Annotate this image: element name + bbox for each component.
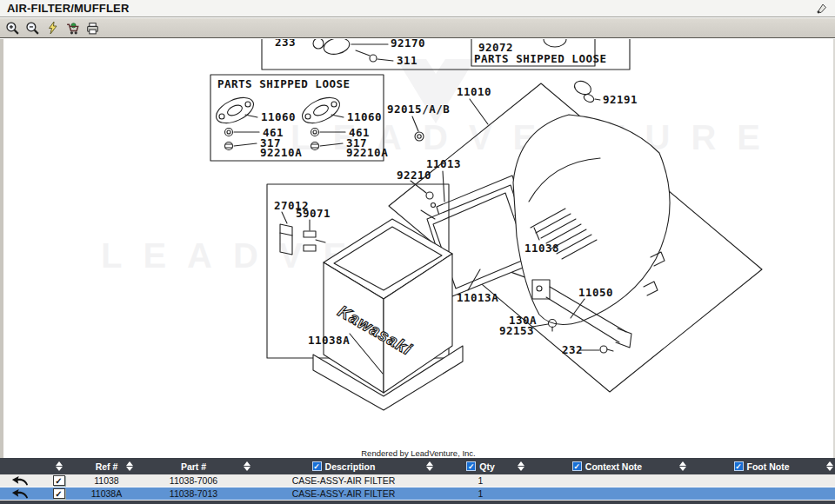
lightning-icon [46,21,59,35]
column-checkbox[interactable] [312,461,322,471]
diagram-toolbar [0,17,835,38]
part-callout[interactable]: 11013A [457,291,498,304]
column-checkbox[interactable] [572,461,582,471]
part-callout[interactable]: 311 [397,54,418,67]
column-label: Part # [181,461,206,472]
column-header-ref[interactable]: Ref # [78,458,135,474]
part-callout[interactable]: 11038A [308,334,350,347]
zoom-in-button[interactable] [3,19,21,36]
part-callout[interactable]: 11010 [457,85,491,98]
column-label: Ref # [96,461,118,472]
parts-catalog-window: AIR-FILTER/MUFFLER [0,0,835,504]
column-header-context-note[interactable]: Context Note [526,458,688,474]
column-header-select[interactable] [39,458,78,474]
parts-table-header: Ref # Part # Description Qty Context Not… [0,458,835,474]
row-return-button[interactable] [0,474,39,487]
column-header-qty[interactable]: Qty [435,458,526,474]
rendered-by-note: Rendered by LeadVenture, Inc. [3,448,833,458]
zoom-out-button[interactable] [23,19,41,36]
part-cell: 11038-7013 [135,487,252,500]
part-callout[interactable]: 11060 [347,110,382,123]
zoom-in-icon [5,21,20,36]
part-callout[interactable]: PARTS SHIPPED LOOSE [474,52,607,65]
foot-note-cell [688,474,835,487]
part-callout[interactable]: 92210A [346,146,388,159]
ref-cell: 11038 [78,474,135,487]
part-callout[interactable]: 92210A [260,146,302,159]
part-callout[interactable]: 11060 [261,110,296,123]
column-header-description[interactable]: Description [252,458,435,474]
description-cell: CASE-ASSY-AIR FILTER [252,474,435,487]
page-title: AIR-FILTER/MUFFLER [0,2,130,15]
column-header-tools [0,458,39,474]
reply-arrow-icon [11,488,29,499]
column-header-part[interactable]: Part # [135,458,252,474]
sort-icon[interactable] [56,461,63,471]
table-row[interactable]: 11038 11038-7006 CASE-ASSY-AIR FILTER 1 [0,474,835,487]
sort-icon[interactable] [679,461,686,471]
cart-icon [65,21,80,36]
parts-diagram[interactable]: LEADVENTURE LEADVENTURE [3,39,833,458]
printer-icon [85,21,100,36]
part-callout[interactable]: 11050 [578,286,613,299]
sort-icon[interactable] [826,461,833,471]
part-callout[interactable]: PARTS SHIPPED LOOSE [217,77,351,90]
column-header-foot-note[interactable]: Foot Note [688,458,835,474]
part-callout[interactable]: 92191 [603,93,638,106]
column-checkbox[interactable] [466,461,476,471]
title-bar: AIR-FILTER/MUFFLER [0,0,835,17]
column-label: Qty [479,461,495,472]
part-callout[interactable]: 92210 [397,169,431,182]
reply-arrow-icon [11,475,29,486]
annotate-icon[interactable] [814,2,830,16]
add-to-cart-button[interactable] [63,19,81,36]
column-label: Context Note [585,461,642,472]
foot-note-cell [688,487,835,500]
print-button[interactable] [84,19,101,36]
row-return-button[interactable] [0,487,39,500]
zoom-out-icon [25,21,40,36]
part-callout[interactable]: 92015/A/B [387,103,450,116]
diagram-stage: LEADVENTURE LEADVENTURE [0,39,835,458]
part-callout[interactable]: 92153 [499,324,534,337]
part-cell: 11038-7006 [135,474,252,487]
part-callout[interactable]: 233 [275,39,296,49]
qty-cell: 1 [435,474,526,487]
part-callout[interactable]: 11038 [524,242,559,255]
description-cell: CASE-ASSY-AIR FILTER [252,487,435,500]
sort-icon[interactable] [244,461,250,471]
qty-cell: 1 [435,487,526,500]
part-callout[interactable]: 232 [562,343,583,356]
column-label: Foot Note [747,461,790,472]
table-bottom-strip [0,501,835,504]
ref-cell: 11038A [78,487,135,500]
context-note-cell [526,487,688,500]
sort-icon[interactable] [426,461,433,471]
context-note-cell [526,474,688,487]
table-row[interactable]: 11038A 11038-7013 CASE-ASSY-AIR FILTER 1 [0,487,835,501]
row-select-checkbox[interactable] [53,475,65,486]
column-label: Description [325,461,376,472]
sort-icon[interactable] [518,461,524,471]
hotspots-button[interactable] [43,19,61,36]
sort-icon[interactable] [126,461,133,471]
row-select-checkbox[interactable] [53,488,65,499]
part-callout[interactable]: 59071 [296,207,331,220]
part-callout[interactable]: 92170 [391,39,425,50]
parts-table: Ref # Part # Description Qty Context Not… [0,458,835,504]
column-checkbox[interactable] [734,461,744,471]
